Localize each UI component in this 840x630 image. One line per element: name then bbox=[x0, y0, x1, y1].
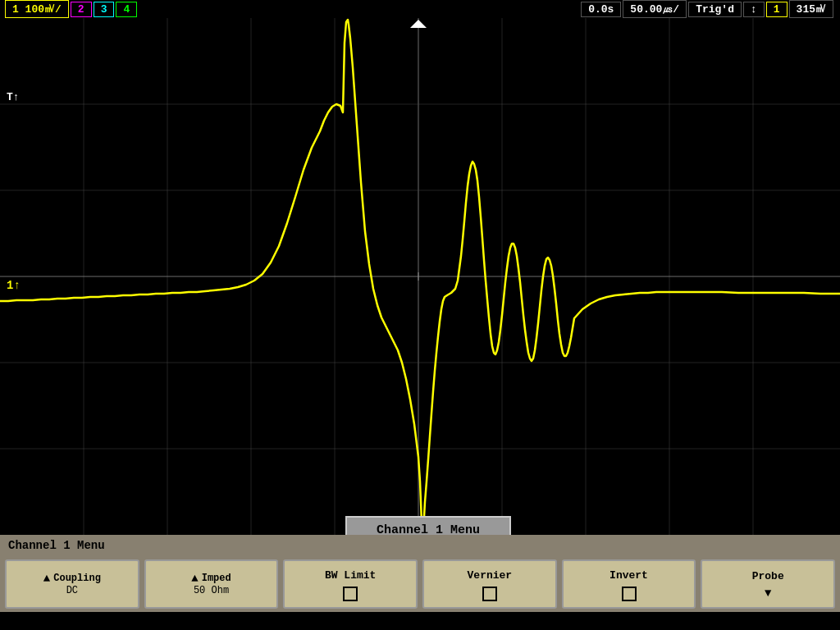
invert-checkbox[interactable] bbox=[622, 587, 637, 601]
timebase: 50.00㎲/ bbox=[623, 0, 687, 18]
bottom-menu: ▲ Coupling DC ▲ Imped 50 Ohm BW Limit Ve… bbox=[0, 556, 840, 612]
ch1-indicator[interactable]: 1 100㎷/ bbox=[5, 0, 69, 18]
vernier-label: Vernier bbox=[468, 569, 513, 582]
svg-text:Channel 1  Menu: Channel 1 Menu bbox=[377, 523, 480, 535]
ch2-indicator[interactable]: 2 bbox=[71, 2, 92, 17]
bwlimit-checkbox[interactable] bbox=[343, 587, 358, 601]
ch3-indicator[interactable]: 3 bbox=[94, 2, 115, 17]
coupling-arrow-up: ▲ bbox=[43, 572, 50, 585]
trig-ch: 1 bbox=[766, 2, 788, 17]
svg-text:T↑: T↑ bbox=[7, 91, 20, 103]
imped-arrow-up: ▲ bbox=[191, 572, 198, 585]
probe-button[interactable]: Probe ▼ bbox=[701, 559, 835, 609]
trig-level: 315㎷ bbox=[789, 0, 833, 18]
svg-marker-15 bbox=[410, 20, 427, 28]
svg-text:1↑: 1↑ bbox=[7, 279, 21, 292]
oscilloscope-screen: 1↑ T↑ Channel 1 Menu bbox=[0, 18, 840, 535]
imped-value: 50 Ohm bbox=[194, 585, 229, 596]
vernier-button[interactable]: Vernier bbox=[422, 559, 557, 609]
time-position: 0.0s bbox=[581, 2, 621, 17]
coupling-value: DC bbox=[66, 585, 78, 596]
invert-button[interactable]: Invert bbox=[562, 559, 696, 609]
invert-label: Invert bbox=[609, 569, 648, 582]
bwlimit-button[interactable]: BW Limit bbox=[283, 559, 418, 609]
bwlimit-label: BW Limit bbox=[325, 569, 376, 582]
trig-icon: ↕ bbox=[743, 2, 765, 17]
probe-arrow-down: ▼ bbox=[765, 587, 771, 600]
coupling-button[interactable]: ▲ Coupling DC bbox=[5, 559, 139, 609]
waveform-canvas: 1↑ T↑ Channel 1 Menu bbox=[0, 18, 840, 535]
probe-label: Probe bbox=[752, 570, 784, 582]
imped-button[interactable]: ▲ Imped 50 Ohm bbox=[144, 559, 279, 609]
ch4-indicator[interactable]: 4 bbox=[116, 2, 137, 17]
imped-label: Imped bbox=[202, 573, 231, 584]
status-bar: Channel 1 Menu bbox=[0, 535, 840, 556]
vernier-checkbox[interactable] bbox=[482, 587, 497, 601]
status-text: Channel 1 Menu bbox=[8, 539, 105, 552]
trig-status: Trig'd bbox=[688, 2, 742, 17]
coupling-label: Coupling bbox=[53, 573, 101, 584]
top-bar: 1 100㎷/ 2 3 4 0.0s 50.00㎲/ Trig'd ↕ 1 31… bbox=[0, 0, 840, 18]
